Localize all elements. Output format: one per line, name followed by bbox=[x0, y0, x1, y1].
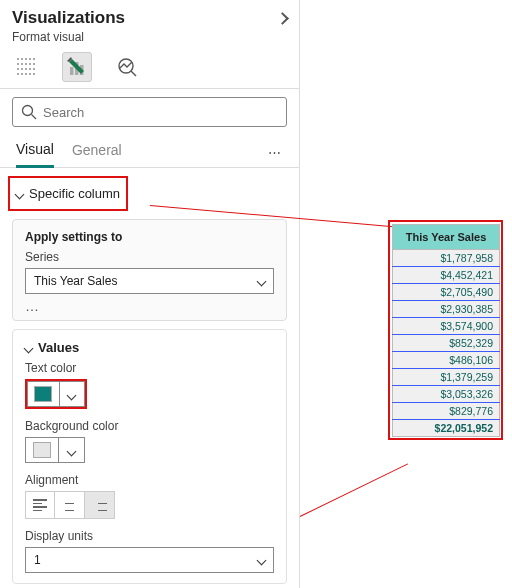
format-visual-button[interactable] bbox=[62, 52, 92, 82]
series-value: This Year Sales bbox=[34, 274, 117, 288]
format-toolbar bbox=[0, 50, 299, 88]
apply-settings-more-icon[interactable]: … bbox=[25, 298, 274, 314]
preview-cell: $2,705,490 bbox=[393, 284, 500, 301]
preview-total-cell: $22,051,952 bbox=[393, 420, 500, 437]
chevron-down-icon bbox=[68, 387, 75, 402]
tabs-more-icon[interactable]: ⋯ bbox=[268, 145, 283, 160]
svg-line-8 bbox=[131, 71, 136, 76]
svg-point-9 bbox=[23, 106, 33, 116]
chevron-down-icon bbox=[16, 186, 23, 201]
apply-settings-heading: Apply settings to bbox=[25, 230, 274, 244]
preview-cell: $486,106 bbox=[393, 352, 500, 369]
tab-general[interactable]: General bbox=[72, 138, 122, 166]
preview-cell: $1,787,958 bbox=[393, 250, 500, 267]
align-right-button[interactable] bbox=[85, 491, 115, 519]
values-section-header[interactable]: Values bbox=[25, 340, 274, 355]
pane-title: Visualizations bbox=[12, 8, 125, 28]
display-units-label: Display units bbox=[25, 529, 274, 543]
apply-settings-card: Apply settings to Series This Year Sales… bbox=[12, 219, 287, 321]
search-input-wrapper[interactable] bbox=[12, 97, 287, 127]
series-label: Series bbox=[25, 250, 274, 264]
preview-table: This Year Sales $1,787,958$4,452,421$2,7… bbox=[392, 224, 500, 437]
section-label: Specific column bbox=[29, 186, 120, 201]
display-units-value: 1 bbox=[34, 553, 41, 567]
values-card: Values Text color Background color Align… bbox=[12, 329, 287, 584]
align-left-button[interactable] bbox=[25, 491, 55, 519]
analytics-button[interactable] bbox=[112, 52, 142, 82]
preview-cell: $2,930,385 bbox=[393, 301, 500, 318]
preview-cell: $829,776 bbox=[393, 403, 500, 420]
callout-line bbox=[300, 463, 408, 517]
preview-cell: $1,379,259 bbox=[393, 369, 500, 386]
svg-rect-4 bbox=[70, 67, 74, 75]
bg-color-label: Background color bbox=[25, 419, 274, 433]
preview-cell: $3,574,900 bbox=[393, 318, 500, 335]
text-color-picker[interactable] bbox=[25, 379, 87, 409]
visualizations-pane: Visualizations Format visual bbox=[0, 0, 300, 588]
tab-visual[interactable]: Visual bbox=[16, 137, 54, 168]
preview-cell: $852,329 bbox=[393, 335, 500, 352]
build-visual-button[interactable] bbox=[12, 52, 42, 82]
pane-subtitle: Format visual bbox=[0, 30, 299, 50]
text-color-dropdown[interactable] bbox=[60, 381, 85, 407]
preview-header: This Year Sales bbox=[393, 225, 500, 250]
format-tabs: Visual General ⋯ bbox=[0, 137, 299, 168]
alignment-label: Alignment bbox=[25, 473, 274, 487]
text-color-label: Text color bbox=[25, 361, 274, 375]
bg-color-swatch bbox=[25, 437, 59, 463]
table-preview: This Year Sales $1,787,958$4,452,421$2,7… bbox=[392, 224, 500, 437]
chevron-down-icon bbox=[258, 553, 265, 567]
bg-color-picker[interactable] bbox=[25, 437, 87, 463]
search-icon bbox=[21, 104, 37, 120]
preview-cell: $3,053,326 bbox=[393, 386, 500, 403]
toolbar-divider bbox=[0, 88, 299, 89]
preview-cell: $4,452,421 bbox=[393, 267, 500, 284]
alignment-group bbox=[25, 491, 274, 519]
chevron-down-icon bbox=[25, 340, 32, 355]
chevron-down-icon bbox=[258, 274, 265, 288]
collapse-pane-icon[interactable] bbox=[278, 11, 287, 26]
pane-header: Visualizations bbox=[0, 0, 299, 30]
text-color-swatch bbox=[27, 381, 60, 407]
bg-color-dropdown[interactable] bbox=[59, 437, 85, 463]
svg-line-10 bbox=[32, 115, 37, 120]
align-center-button[interactable] bbox=[55, 491, 85, 519]
display-units-select[interactable]: 1 bbox=[25, 547, 274, 573]
chevron-down-icon bbox=[68, 443, 75, 458]
series-select[interactable]: This Year Sales bbox=[25, 268, 274, 294]
values-heading: Values bbox=[38, 340, 79, 355]
search-input[interactable] bbox=[43, 105, 278, 120]
section-specific-column[interactable]: Specific column bbox=[8, 176, 128, 211]
